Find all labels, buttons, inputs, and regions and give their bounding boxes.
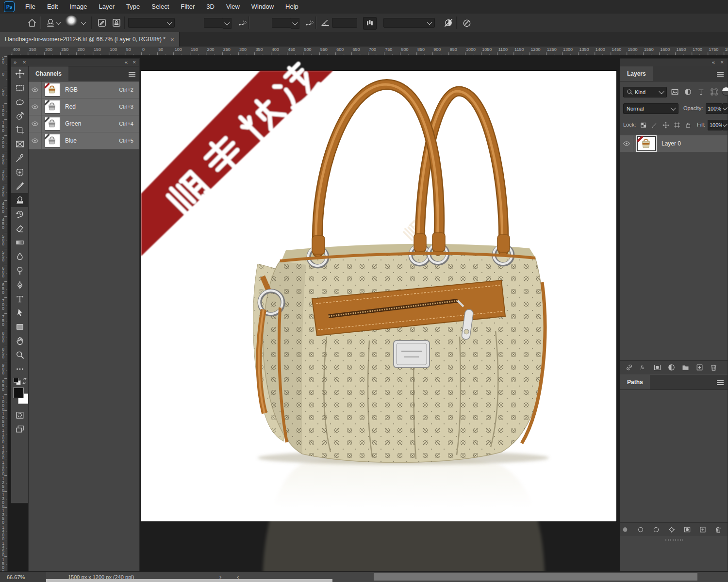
type-layer-filter-button[interactable]	[696, 87, 706, 97]
horizontal-scrollbar[interactable]	[374, 573, 697, 581]
channel-row-red[interactable]: RedCtrl+3	[29, 98, 139, 115]
layer-styles-button[interactable]: fx	[639, 363, 648, 372]
tool-quick-selection[interactable]	[11, 109, 29, 123]
sample-select[interactable]	[383, 18, 435, 28]
lock-transparent-pixels-button[interactable]	[640, 121, 647, 129]
tool-crop[interactable]	[11, 123, 29, 137]
airbrush-button[interactable]	[236, 17, 248, 29]
horizontal-scrollbar-thumb[interactable]	[46, 579, 332, 582]
channel-row-green[interactable]: GreenCtrl+4	[29, 115, 139, 132]
quick-mask-button[interactable]	[11, 408, 29, 422]
menu-window[interactable]: Window	[246, 0, 280, 14]
new-adjustment-layer-button[interactable]	[667, 363, 677, 372]
channel-visibility-toggle[interactable]	[29, 98, 42, 115]
opacity-field[interactable]: 100%	[706, 103, 722, 114]
delete-button[interactable]	[713, 525, 723, 534]
menu-filter[interactable]: Filter	[175, 0, 200, 14]
close-panel-icon[interactable]: ×	[133, 59, 136, 65]
blend-mode-select[interactable]: Normal	[623, 103, 678, 114]
layers-menu-icon[interactable]	[717, 72, 724, 73]
tool-pen[interactable]	[11, 277, 29, 291]
tool-clone-stamp[interactable]	[11, 193, 29, 207]
menu-3d[interactable]: 3D	[200, 0, 220, 14]
tool-zoom[interactable]	[11, 348, 29, 362]
screen-mode-button[interactable]	[11, 422, 29, 436]
tab-channels[interactable]: Channels	[29, 66, 68, 81]
tab-layers[interactable]: Layers	[620, 66, 653, 81]
menu-edit[interactable]: Edit	[41, 0, 64, 14]
tool-spot-healing-brush[interactable]	[11, 165, 29, 179]
brush-preview[interactable]	[65, 16, 78, 26]
tool-move[interactable]	[11, 66, 29, 81]
document-tab[interactable]: Handbags-for-women-2012-6.tif @ 66.7% (L…	[0, 32, 180, 47]
tool-blur[interactable]	[11, 249, 29, 263]
aligned-toggle[interactable]	[363, 17, 377, 30]
adjustment-layer-filter-button[interactable]	[683, 87, 693, 97]
close-dock-icon[interactable]: ×	[23, 59, 26, 65]
lock-all-button[interactable]	[684, 121, 692, 129]
menu-view[interactable]: View	[220, 0, 246, 14]
filter-toggle-icon[interactable]	[722, 87, 728, 96]
fill-dropdown-icon[interactable]	[722, 120, 728, 130]
new-layer-button[interactable]	[698, 525, 707, 534]
layer-row[interactable]: Layer 0	[620, 135, 728, 152]
angle-field[interactable]	[332, 18, 357, 28]
lock-image-pixels-button[interactable]	[651, 121, 658, 129]
tool-eraser[interactable]	[11, 221, 29, 235]
channel-visibility-toggle[interactable]	[29, 115, 42, 132]
layer-visibility-toggle[interactable]	[620, 135, 633, 152]
home-button[interactable]	[26, 17, 38, 29]
tool-type[interactable]	[11, 291, 29, 306]
delete-button[interactable]	[709, 363, 719, 372]
foreground-color-swatch[interactable]	[13, 388, 24, 398]
tool-hand[interactable]	[11, 334, 29, 348]
tool-rectangle[interactable]	[11, 320, 29, 334]
opacity-dropdown-icon[interactable]	[722, 103, 728, 114]
opacity-field[interactable]	[204, 18, 223, 28]
channel-row-blue[interactable]: BlueCtrl+5	[29, 132, 139, 149]
clone-source-panel-button[interactable]	[111, 17, 122, 29]
mini-foreground-swatch[interactable]	[14, 378, 18, 383]
tool-edit-toolbar[interactable]	[11, 362, 29, 376]
layer-filter-select[interactable]: Kind	[623, 87, 667, 97]
tool-lasso[interactable]	[11, 95, 29, 109]
tool-dodge[interactable]	[11, 263, 29, 277]
menu-help[interactable]: Help	[280, 0, 304, 14]
new-group-button[interactable]	[681, 363, 691, 372]
close-tab-icon[interactable]: ×	[170, 36, 174, 43]
lock-position-button[interactable]	[662, 121, 669, 129]
menu-image[interactable]: Image	[64, 0, 93, 14]
fill-field[interactable]: 100%	[708, 120, 722, 130]
tool-frame[interactable]	[11, 137, 29, 151]
collapse-layers-icon[interactable]: «	[712, 59, 715, 65]
tool-gradient[interactable]	[11, 235, 29, 249]
fill-path-button[interactable]	[620, 525, 629, 534]
tool-eyedropper[interactable]	[11, 151, 29, 165]
panel-menu-icon[interactable]	[129, 72, 135, 73]
ignore-adjustment-layers-button[interactable]	[443, 17, 454, 29]
collapse-panel-icon[interactable]: «	[125, 59, 128, 65]
lock-artboard-button[interactable]	[673, 121, 680, 129]
opacity-dropdown-icon[interactable]	[223, 18, 232, 29]
menu-select[interactable]: Select	[146, 0, 175, 14]
close-layers-icon[interactable]: ×	[721, 59, 724, 65]
brush-picker-dropdown-icon[interactable]	[81, 17, 86, 29]
expand-dock-icon[interactable]: »	[14, 59, 17, 65]
tool-path-selection[interactable]	[11, 306, 29, 320]
channel-visibility-toggle[interactable]	[29, 132, 42, 149]
menu-type[interactable]: Type	[120, 0, 146, 14]
tool-brush[interactable]	[11, 179, 29, 193]
swap-colors-icon[interactable]	[21, 378, 28, 384]
link-layers-button[interactable]	[625, 363, 634, 372]
layer-thumbnail[interactable]	[637, 136, 656, 151]
load-selection-button[interactable]	[651, 525, 661, 534]
flow-field[interactable]	[272, 18, 291, 28]
new-layer-button[interactable]	[695, 363, 705, 372]
blend-mode-select[interactable]	[128, 18, 175, 28]
add-layer-mask-button[interactable]	[653, 363, 662, 372]
tool-rectangular-marquee[interactable]	[11, 81, 29, 95]
dock-resize-grip[interactable]	[665, 539, 683, 541]
zoom-level-field[interactable]: 66.67%	[0, 572, 46, 582]
selection-as-path-button[interactable]	[667, 525, 676, 534]
canvas[interactable]	[141, 71, 616, 521]
